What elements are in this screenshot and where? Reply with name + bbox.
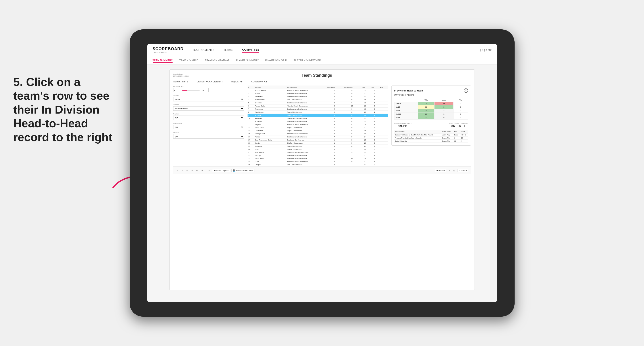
conference-select-label: Conference (173, 122, 244, 124)
cell-reg-rank: 6 (326, 120, 343, 123)
cell-win (379, 95, 388, 98)
h2h-loss-cell: 3 (434, 112, 453, 116)
cell-win (379, 92, 388, 95)
cell-rds: 24 (361, 145, 370, 148)
table-row[interactable]: 2 Auburn Southeastern Conference 1 9 27 … (248, 92, 388, 95)
table-row[interactable]: 7 Tennessee Southeastern Conference 4 6 … (248, 108, 388, 111)
cell-tour: 4 (370, 89, 379, 92)
nav-item-teams[interactable]: TEAMS (224, 47, 234, 52)
table-row[interactable]: 23 Texas A&M Southeastern Conference 9 1… (248, 157, 388, 160)
table-row[interactable]: 16 Florida Southeastern Conference 7 9 2… (248, 136, 388, 139)
middle-panel: # School Conference Reg Rank Conf Rank R… (248, 86, 388, 166)
table-row[interactable]: 3 Vanderbilt Southeastern Conference 2 8… (248, 95, 388, 98)
cell-school: Ole Miss (254, 101, 286, 105)
h2h-col-win: Win (418, 98, 434, 102)
cell-school: Arkansas (254, 120, 286, 123)
copy-button[interactable]: ⧉ (190, 169, 194, 172)
division-select[interactable]: NCAA Division I (173, 106, 244, 111)
conference-select[interactable]: (All) (173, 125, 244, 129)
cell-conf-rank: 8 (343, 111, 361, 114)
redo-button[interactable]: ↪ (186, 169, 189, 172)
annotation-text: 5. Click on a team's row to see their In… (13, 75, 115, 144)
clock-icon: ⏱ (207, 169, 211, 172)
table-row[interactable]: 10 Alabama Southeastern Conference 5 8 2… (248, 117, 388, 120)
undo2-button[interactable]: ↩ (181, 169, 184, 172)
cell-reg-rank: 4 (326, 108, 343, 111)
table-row[interactable]: 21 New Mexico Mountain West Conference 1… (248, 151, 388, 154)
cell-tour: 4 (370, 136, 379, 139)
gender-select[interactable]: Men's (173, 97, 244, 101)
cell-reg-rank: 1 (326, 98, 343, 101)
cell-num: 10 (248, 117, 254, 120)
sub-nav-player-summary[interactable]: PLAYER SUMMARY (236, 58, 258, 62)
h2h-col-range (394, 98, 418, 102)
cell-conf-rank: 9 (343, 136, 361, 139)
table-row[interactable]: 12 Virginia Atlantic Coast Conference 3 … (248, 123, 388, 126)
cell-conference: Pac-12 Conference (286, 163, 326, 166)
cell-school: East Tennessee State (254, 139, 286, 142)
cell-tour: 2 (370, 145, 379, 148)
tourn-name: Jackson T. Stephens Cup Men's Match-Play… (394, 134, 441, 137)
cell-school: Florida State (254, 105, 286, 108)
table-row[interactable]: 22 Georgia Southeastern Conference 8 7 2… (248, 154, 388, 157)
school-select[interactable]: (All) (173, 134, 244, 139)
table-row[interactable]: 18 Illinois Big Ten Conference 1 9 23 3 (248, 142, 388, 145)
table-row[interactable]: 9 Arizona Pac-12 Conference 5 8 24 1 (248, 114, 388, 117)
share-button[interactable]: ↗ Share (457, 169, 468, 172)
sub-nav-team-h2h-heatmap[interactable]: TEAM H2H HEATMAP (205, 58, 230, 62)
view-group: ⏱ 👁 View: Original 💾 Save Custom View (207, 169, 254, 172)
cell-num: 22 (248, 154, 254, 157)
table-row[interactable]: 5 Ole Miss Southeastern Conference 3 6 1… (248, 101, 388, 105)
min-rounds-max-input[interactable] (201, 88, 208, 92)
col-win: Win (379, 86, 388, 89)
table-row[interactable]: 25 Oregon Pac-12 Conference 5 7 21 0 (248, 163, 388, 166)
cell-conf-rank: 7 (343, 163, 361, 166)
cell-conference: Pac-12 Conference (286, 114, 326, 117)
h2h-loss-cell: 0 (434, 116, 453, 120)
table-row[interactable]: 15 Georgia Tech Atlantic Coast Conferenc… (248, 132, 388, 136)
table-row[interactable]: 19 California Pac-12 Conference 4 8 24 2 (248, 145, 388, 148)
save-custom-button[interactable]: 💾 Save Custom View (232, 169, 254, 172)
table-row[interactable]: 17 East Tennessee State Southern Confere… (248, 139, 388, 142)
h2h-row: >100 27 0 0 (394, 116, 468, 120)
h2h-close-button[interactable]: ✕ (464, 88, 468, 93)
view-original-label: View: Original (216, 170, 228, 172)
table-row[interactable]: 1 North Carolina Atlantic Coast Conferen… (248, 89, 388, 92)
sign-out-link[interactable]: | Sign out (480, 48, 492, 51)
table-row[interactable]: 14 Oklahoma Big 12 Conference 2 8 26 2 (248, 129, 388, 132)
table-row[interactable]: 4 Arizona State Pac-12 Conference 1 9 26… (248, 98, 388, 101)
cell-reg-rank: 9 (326, 157, 343, 160)
refresh-button[interactable]: ⟳ (200, 169, 204, 172)
cell-rds: 21 (361, 154, 370, 157)
slider-track[interactable] (182, 90, 200, 91)
region-select[interactable]: N/A (173, 116, 244, 120)
h2h-win-cell: 3 (418, 102, 434, 105)
sub-nav-team-summary[interactable]: TEAM SUMMARY (153, 58, 173, 63)
sub-nav-team-h2h-grid[interactable]: TEAM H2H GRID (179, 58, 198, 62)
h2h-tie-cell: 0 (453, 105, 468, 109)
watch-button[interactable]: 👁 Watch (435, 169, 446, 172)
sub-nav-player-h2h-heatmap[interactable]: PLAYER H2H HEATMAP (294, 58, 321, 62)
division-select-label: Division (173, 104, 244, 106)
tourn-name: Arizona Thunderbirds Intercollegiate (394, 137, 441, 140)
cell-reg-rank: 2 (326, 129, 343, 132)
cell-rds: 25 (361, 139, 370, 142)
nav-item-committee[interactable]: COMMITTEE (242, 47, 259, 53)
undo-button[interactable]: ↩ (176, 169, 180, 172)
cell-win (379, 89, 388, 92)
paste-button[interactable]: ⊕ (195, 169, 199, 172)
table-row[interactable]: 6 Florida State Atlantic Coast Conferenc… (248, 105, 388, 108)
cell-tour: 1 (370, 101, 379, 105)
table-row[interactable]: 24 Duke Atlantic Coast Conference 5 9 27… (248, 160, 388, 163)
table-row[interactable]: 11 Arkansas Southeastern Conference 6 8 … (248, 120, 388, 123)
region-select-label: Region (173, 113, 244, 115)
nav-item-tournaments[interactable]: TOURNAMENTS (192, 47, 214, 52)
table-row[interactable]: 8 Washington Pac-12 Conference 2 8 23 1 (248, 111, 388, 114)
sub-nav-player-h2h-grid[interactable]: PLAYER H2H GRID (265, 58, 287, 62)
cell-conference: Southeastern Conference (286, 95, 326, 98)
table-row[interactable]: 13 Texas Tech Big 12 Conference 1 9 27 2 (248, 126, 388, 129)
table-row[interactable]: 20 Texas Big 12 Conference 3 7 20 0 (248, 148, 388, 151)
min-rounds-input[interactable] (173, 88, 181, 92)
view-original-button[interactable]: 👁 View: Original (212, 169, 230, 172)
cell-reg-rank: 1 (326, 126, 343, 129)
